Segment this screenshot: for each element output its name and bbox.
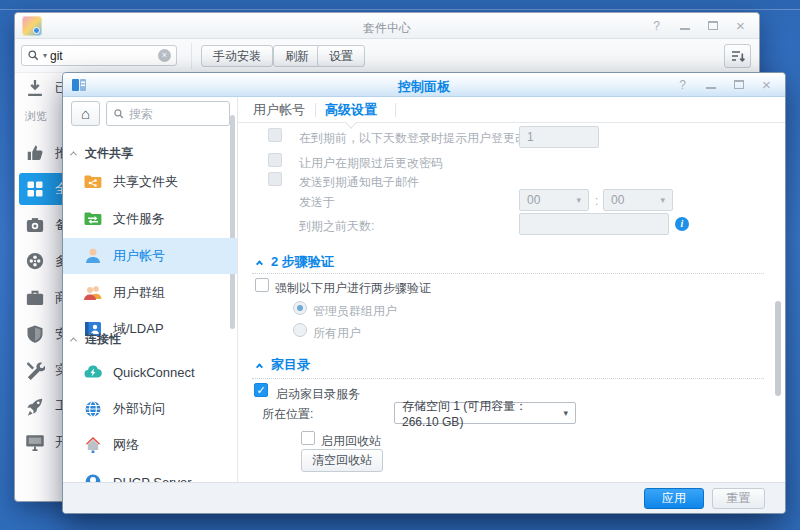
package-search-box[interactable]: ▾ ×	[21, 45, 177, 66]
download-icon	[25, 78, 45, 98]
settings-button[interactable]: 设置	[317, 45, 365, 67]
enable-home-checkbox[interactable]: ✓	[254, 383, 268, 397]
expire-prompt-days-input[interactable]: 1	[519, 126, 599, 148]
chevron-down-icon: ▾	[576, 195, 581, 205]
time-colon: :	[595, 194, 598, 208]
sidebar-section-file-sharing[interactable]: 文件共享	[71, 145, 133, 162]
home-button[interactable]: ⌂	[71, 101, 100, 126]
control-panel-window: 控制面板 ? × ⌂ 文件共享 共享文件夹 文件服务 用户帐号	[62, 72, 786, 514]
expire-prompt-label: 在到期前，以下天数登录时提示用户登更改密码	[299, 130, 551, 147]
maximize-icon[interactable]	[706, 20, 719, 32]
search-icon	[113, 108, 125, 120]
cloud-icon	[83, 362, 103, 382]
sort-icon	[730, 48, 746, 64]
sidebar-item-user-account[interactable]: 用户帐号	[63, 238, 237, 274]
enforce-two-step-checkbox[interactable]	[255, 278, 269, 292]
user-icon	[83, 246, 103, 266]
reset-button[interactable]: 重置	[712, 488, 765, 509]
radio-admin-group-label: 管理员群组用户	[313, 303, 397, 320]
sort-button[interactable]	[724, 44, 751, 68]
toolbar-divider	[191, 43, 192, 69]
chevron-down-icon: ▾	[660, 195, 665, 205]
enable-recycle-label: 启用回收站	[321, 433, 381, 450]
change-after-expire-label: 让用户在期限过后更改密码	[299, 155, 443, 172]
sidebar-item-user-group[interactable]: 用户群组	[63, 275, 237, 311]
package-center-title: 套件中心	[15, 20, 759, 37]
location-dropdown[interactable]: 存储空间 1 (可用容量： 266.10 GB) ▾	[394, 402, 576, 424]
close-icon[interactable]: ×	[734, 20, 747, 32]
send-minute-dropdown[interactable]: 00 ▾	[603, 189, 673, 211]
shield-icon	[25, 324, 45, 344]
sidebar-item-network[interactable]: 网络	[63, 427, 237, 463]
chevron-up-icon	[256, 260, 263, 267]
thumbs-up-icon	[25, 143, 45, 163]
send-email-label: 发送到期通知电子邮件	[299, 174, 419, 191]
maximize-icon[interactable]	[732, 79, 745, 91]
chevron-up-icon	[70, 337, 77, 344]
info-icon[interactable]: i	[675, 217, 689, 231]
control-panel-content: 用户帐号 高级设置 在到期前，以下天数登录时提示用户登更改密码 1 让用户在期限…	[238, 97, 785, 482]
enable-recycle-checkbox[interactable]	[301, 431, 315, 445]
package-center-titlebar[interactable]: 套件中心 ? ×	[15, 13, 759, 39]
package-center-toolbar: ▾ × 手动安装 刷新 设置	[15, 39, 759, 73]
grid-icon	[25, 179, 45, 199]
control-panel-search-box[interactable]	[106, 101, 230, 126]
radio-admin-group[interactable]	[293, 301, 307, 315]
shared-folder-icon	[83, 172, 103, 192]
sidebar-item-external-access[interactable]: 外部访问	[63, 391, 237, 427]
control-panel-search-input[interactable]	[129, 107, 223, 121]
section-two-step[interactable]: 2 步骤验证	[257, 253, 334, 271]
search-icon	[27, 49, 40, 62]
control-panel-sidebar: ⌂ 文件共享 共享文件夹 文件服务 用户帐号 用户群组 域/LDAP	[63, 97, 238, 513]
help-icon[interactable]: ?	[676, 79, 689, 91]
sidebar-item-file-services[interactable]: 文件服务	[63, 201, 237, 237]
chevron-up-icon	[70, 151, 77, 158]
sidebar-section-browse: 浏览	[25, 109, 47, 124]
control-panel-titlebar[interactable]: 控制面板 ? ×	[63, 73, 785, 97]
change-after-expire-checkbox[interactable]	[268, 153, 282, 167]
sidebar-item-quickconnect[interactable]: QuickConnect	[63, 354, 237, 390]
home-icon: ⌂	[81, 105, 90, 122]
file-services-icon	[83, 209, 103, 229]
enforce-two-step-label: 强制以下用户进行两步骤验证	[275, 280, 431, 297]
manual-install-button[interactable]: 手动安装	[201, 45, 273, 67]
tools-icon	[25, 360, 45, 380]
section-home-directory[interactable]: 家目录	[257, 356, 310, 374]
days-before-input[interactable]	[519, 213, 669, 235]
days-before-label: 到期之前天数:	[299, 218, 374, 235]
package-search-input[interactable]	[50, 49, 155, 63]
rocket-icon	[25, 396, 45, 416]
desktop-taskbar	[0, 0, 800, 10]
send-hour-dropdown[interactable]: 00 ▾	[519, 189, 589, 211]
search-filter-arrow-icon[interactable]: ▾	[43, 51, 47, 60]
send-at-label: 发送于	[299, 194, 335, 211]
radio-all-users-label: 所有用户	[313, 325, 361, 342]
tab-user-account[interactable]: 用户帐号	[249, 97, 309, 123]
location-label: 所在位置:	[262, 406, 313, 423]
briefcase-icon	[25, 288, 45, 308]
content-scrollbar[interactable]	[775, 301, 781, 396]
expire-prompt-checkbox[interactable]	[268, 128, 282, 142]
camera-icon	[25, 215, 45, 235]
active-tab-notch	[345, 117, 356, 128]
monitor-icon	[25, 432, 45, 452]
globe-icon	[83, 399, 103, 419]
radio-all-users[interactable]	[293, 323, 307, 337]
sidebar-item-shared-folder[interactable]: 共享文件夹	[63, 164, 237, 200]
sidebar-section-connectivity[interactable]: 连接性	[71, 331, 121, 348]
clear-search-icon[interactable]: ×	[158, 49, 171, 62]
empty-recycle-button[interactable]: 清空回收站	[301, 449, 383, 472]
user-group-icon	[83, 283, 103, 303]
apply-button[interactable]: 应用	[644, 488, 704, 509]
enable-home-label: 启动家目录服务	[276, 386, 360, 403]
close-icon[interactable]: ×	[760, 79, 773, 91]
control-panel-footer: 应用 重置	[63, 482, 785, 513]
minimize-icon[interactable]	[678, 20, 691, 32]
help-icon[interactable]: ?	[650, 20, 663, 32]
chevron-down-icon: ▾	[563, 408, 568, 418]
send-email-checkbox[interactable]	[268, 172, 282, 186]
tab-advanced-settings[interactable]: 高级设置	[321, 97, 381, 123]
refresh-button[interactable]: 刷新	[273, 45, 321, 67]
film-reel-icon	[25, 251, 45, 271]
minimize-icon[interactable]	[704, 79, 717, 91]
